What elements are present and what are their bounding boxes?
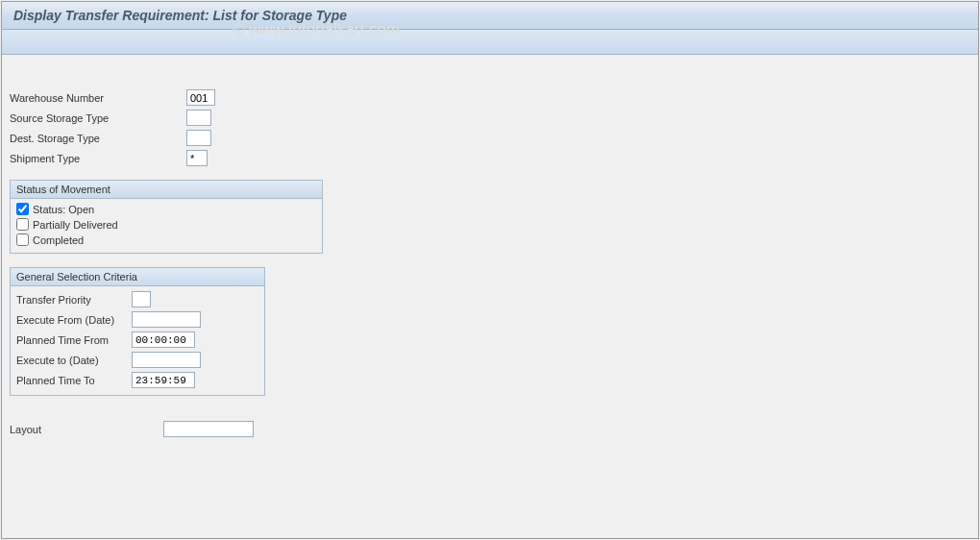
status-open-checkbox[interactable] [16, 203, 29, 215]
shipment-type-input[interactable] [186, 150, 208, 166]
execute-to-input[interactable] [132, 352, 201, 368]
layout-input[interactable] [163, 421, 254, 437]
planned-time-from-input[interactable] [132, 331, 195, 348]
warehouse-number-row: Warehouse Number [10, 89, 970, 106]
dest-storage-type-row: Dest. Storage Type [10, 130, 970, 146]
transfer-priority-row: Transfer Priority [16, 290, 258, 308]
execute-to-row: Execute to (Date) [16, 351, 258, 369]
layout-row: Layout [10, 421, 970, 437]
status-open-label: Status: Open [33, 204, 94, 215]
content-area: Warehouse Number Source Storage Type Des… [2, 55, 978, 449]
planned-time-from-row: Planned Time From [16, 331, 258, 349]
transfer-priority-input[interactable] [132, 291, 151, 307]
planned-time-to-row: Planned Time To [16, 371, 258, 389]
status-open-row: Status: Open [16, 203, 316, 215]
main-window: Display Transfer Requirement: List for S… [1, 1, 979, 539]
source-storage-type-input[interactable] [186, 110, 211, 126]
execute-from-label: Execute From (Date) [16, 314, 132, 326]
dest-storage-type-input[interactable] [186, 130, 211, 146]
status-of-movement-group: Status of Movement Status: Open Partiall… [10, 180, 323, 254]
source-storage-type-label: Source Storage Type [10, 112, 186, 124]
completed-row: Completed [16, 233, 316, 246]
title-bar: Display Transfer Requirement: List for S… [2, 2, 978, 30]
planned-time-to-label: Planned Time To [16, 375, 132, 386]
partially-delivered-label: Partially Delivered [33, 219, 118, 231]
partially-delivered-checkbox[interactable] [16, 218, 29, 231]
toolbar-sub-bar: © www.tutorialkart.com [2, 30, 978, 55]
partially-delivered-row: Partially Delivered [16, 218, 316, 231]
page-title: Display Transfer Requirement: List for S… [13, 8, 967, 23]
execute-from-input[interactable] [132, 311, 201, 328]
source-storage-type-row: Source Storage Type [10, 110, 970, 126]
criteria-group-title: General Selection Criteria [11, 268, 264, 286]
transfer-priority-label: Transfer Priority [16, 294, 132, 306]
warehouse-number-label: Warehouse Number [10, 92, 186, 104]
shipment-type-label: Shipment Type [10, 153, 186, 164]
execute-from-row: Execute From (Date) [16, 310, 258, 329]
layout-label: Layout [10, 424, 163, 435]
shipment-type-row: Shipment Type [10, 150, 970, 166]
planned-time-from-label: Planned Time From [16, 334, 132, 346]
completed-label: Completed [33, 234, 84, 246]
planned-time-to-input[interactable] [132, 372, 195, 388]
watermark-text: © www.tutorialkart.com [233, 20, 400, 39]
completed-checkbox[interactable] [16, 233, 29, 246]
general-selection-criteria-group: General Selection Criteria Transfer Prio… [10, 267, 265, 396]
execute-to-label: Execute to (Date) [16, 355, 132, 366]
status-group-title: Status of Movement [11, 181, 322, 199]
warehouse-number-input[interactable] [186, 89, 215, 106]
dest-storage-type-label: Dest. Storage Type [10, 133, 186, 144]
